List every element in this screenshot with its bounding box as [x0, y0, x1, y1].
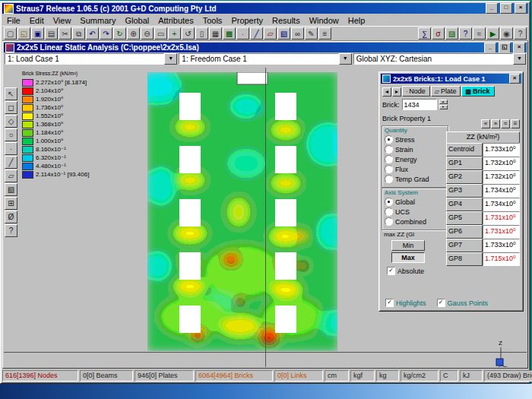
minimize-button[interactable]: _	[486, 3, 498, 14]
app-icon[interactable]	[4, 4, 14, 14]
wireframe-icon[interactable]: ▦	[209, 27, 222, 40]
checkbox-icon[interactable]: ✓	[385, 299, 394, 307]
info-icon[interactable]: ?	[5, 224, 17, 237]
col-scroll-left-icon[interactable]: «	[481, 119, 490, 128]
redo-icon[interactable]: ↷	[100, 27, 112, 40]
refresh-icon[interactable]: ↻	[113, 27, 126, 40]
zoom-box-icon[interactable]: ▭	[154, 27, 167, 40]
menu-item[interactable]: Attributes	[154, 15, 198, 26]
print-icon[interactable]: ▤	[45, 27, 58, 40]
axis-system-option[interactable]: UCS	[385, 207, 445, 217]
maximize-button[interactable]: □	[500, 3, 512, 14]
cut-icon[interactable]: ✂	[59, 27, 71, 40]
solver-icon[interactable]: ∑	[418, 27, 431, 40]
link-display-icon[interactable]: ∞	[291, 27, 304, 40]
axis-system-option[interactable]: Global	[385, 197, 445, 207]
dropdown-arrow-icon[interactable]: ▼	[513, 53, 526, 65]
axis-system-combo[interactable]: Global XYZ: Cartesian ▼	[353, 53, 526, 65]
doc-minimize-button[interactable]: _	[484, 43, 496, 52]
freedom-case-combo[interactable]: 1: Freedom Case 1 ▼	[179, 53, 351, 65]
axis-system-value[interactable]: Global XYZ: Cartesian	[353, 53, 513, 65]
checkbox-icon[interactable]: ✓	[387, 267, 395, 275]
graph-icon[interactable]: ≈	[473, 27, 486, 40]
col-chart-icon[interactable]: ≈	[501, 119, 510, 128]
quantity-option[interactable]: Temp Grad	[385, 174, 445, 184]
select-pointer-icon[interactable]: ↖	[5, 87, 17, 100]
dropdown-arrow-icon[interactable]: ▼	[164, 53, 177, 65]
dialog-close-button[interactable]: ×	[509, 74, 520, 84]
highlights-checkbox-row[interactable]: ✓ Highlights	[385, 299, 426, 307]
brick-display-icon[interactable]: ▧	[277, 27, 290, 40]
entity-tab[interactable]: ▧ Brick	[461, 86, 494, 97]
min-button[interactable]: Min	[391, 240, 425, 251]
animate-icon[interactable]: ▶	[486, 27, 499, 40]
freedom-case-value[interactable]: 1: Freedom Case 1	[179, 53, 338, 65]
brick-stress-contour-plot[interactable]	[147, 72, 337, 351]
menu-item[interactable]: Results	[268, 15, 305, 26]
save-icon[interactable]: ▣	[31, 27, 44, 40]
node-display-icon[interactable]: ∙	[236, 27, 249, 40]
contour-settings-icon[interactable]: ▨	[445, 27, 458, 40]
quantity-option[interactable]: Flux	[385, 164, 445, 174]
entity-tab[interactable]: ∙ Node	[402, 86, 430, 97]
menu-item[interactable]: File	[2, 15, 25, 26]
layers-icon[interactable]: ≡	[318, 27, 331, 40]
pan-icon[interactable]: +	[168, 27, 181, 40]
select-node-icon[interactable]: ∙	[5, 142, 17, 155]
dropdown-arrow-icon[interactable]: ▼	[339, 53, 352, 65]
attributes-icon[interactable]: ✎	[305, 27, 318, 40]
help-icon[interactable]: ?	[514, 27, 527, 40]
quantity-option[interactable]: Stress	[385, 135, 445, 144]
menu-item[interactable]: Help	[344, 15, 370, 26]
camera-icon[interactable]: ◉	[500, 27, 513, 40]
select-box-icon[interactable]: ◻	[5, 101, 17, 114]
zoom-out-icon[interactable]: ⊖	[141, 27, 154, 40]
menu-item[interactable]: Property	[226, 15, 268, 26]
entity-tab[interactable]: ▱ Plate	[431, 86, 461, 97]
quantity-option[interactable]: Strain	[385, 144, 445, 154]
checkbox-icon[interactable]: ✓	[437, 299, 445, 307]
select-polygon-icon[interactable]: ◇	[5, 115, 17, 128]
spinner-up-icon[interactable]: ▲	[439, 100, 448, 104]
select-brick-icon[interactable]: ▧	[5, 183, 17, 196]
absolute-checkbox-row[interactable]: ✓ Absolute	[387, 267, 424, 275]
doc-restore-button[interactable]: ◱	[499, 43, 511, 52]
menu-item[interactable]: Summary	[75, 15, 120, 26]
axis-system-option[interactable]: Combined	[385, 217, 445, 226]
menu-item[interactable]: Global	[120, 15, 154, 26]
grid-icon[interactable]: ⊞	[5, 197, 17, 210]
gauss-points-checkbox-row[interactable]: ✓ Gauss Points	[437, 299, 489, 307]
front-view-icon[interactable]: ▯	[195, 27, 208, 40]
col-scroll-right-icon[interactable]: »	[491, 119, 500, 128]
beam-display-icon[interactable]: ╱	[250, 27, 263, 40]
menu-item[interactable]: Tools	[198, 15, 227, 26]
measure-icon[interactable]: Ø	[5, 211, 17, 223]
menu-item[interactable]: Edit	[25, 15, 49, 26]
document-icon[interactable]	[5, 43, 14, 52]
peek-icon[interactable]: ?	[459, 27, 472, 40]
select-beam-icon[interactable]: ╱	[5, 156, 17, 169]
brick-number-input[interactable]	[402, 99, 437, 110]
quantity-option[interactable]: Energy	[385, 154, 445, 164]
menu-item[interactable]: View	[49, 15, 76, 26]
plate-display-icon[interactable]: ▱	[264, 27, 277, 40]
max-button[interactable]: Max	[391, 252, 425, 263]
results-icon[interactable]: σ	[432, 27, 445, 40]
tab-scroll-right-icon[interactable]: ▸	[392, 87, 401, 97]
undo-icon[interactable]: ↶	[86, 27, 99, 40]
select-circle-icon[interactable]: ○	[5, 128, 17, 141]
select-plate-icon[interactable]: ▱	[5, 169, 17, 182]
load-case-combo[interactable]: 1: Load Case 1 ▼	[5, 53, 177, 65]
zoom-in-icon[interactable]: ⊕	[127, 27, 140, 40]
rotate-icon[interactable]: ↺	[182, 27, 195, 40]
copy-icon[interactable]: ⧉	[72, 27, 85, 40]
tab-scroll-left-icon[interactable]: ◂	[382, 87, 391, 97]
menu-item[interactable]: Window	[305, 15, 344, 26]
load-case-value[interactable]: 1: Load Case 1	[5, 53, 164, 65]
spinner-down-icon[interactable]: ▼	[439, 105, 448, 109]
doc-close-button[interactable]: ×	[513, 43, 525, 52]
open-file-icon[interactable]: ◱	[17, 27, 30, 40]
new-file-icon[interactable]: ▢	[4, 27, 17, 40]
col-list-icon[interactable]: ≡	[511, 119, 520, 128]
close-button[interactable]: ×	[515, 3, 527, 14]
